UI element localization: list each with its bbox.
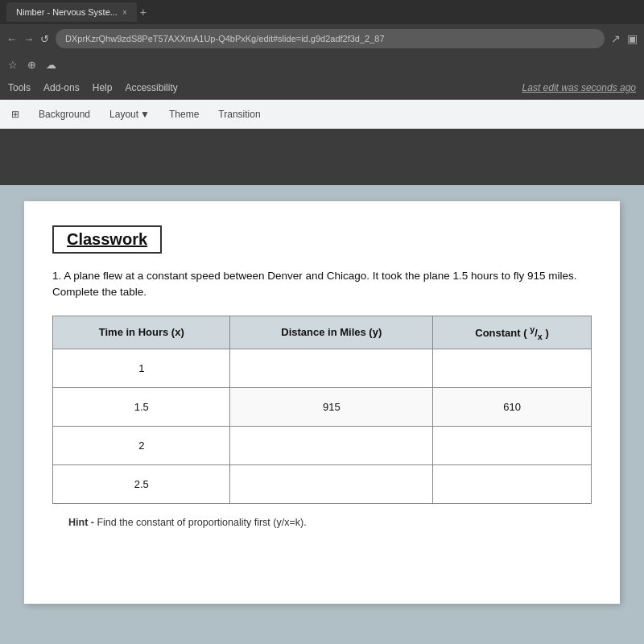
transition-button[interactable]: Transition [213, 107, 265, 122]
layout-label: Layout [109, 109, 138, 120]
main-content: Classwork 1. A plane flew at a constant … [0, 185, 644, 644]
menu-bar: Tools Add-ons Help Accessibility Last ed… [0, 76, 644, 100]
layout-arrow-icon: ▼ [140, 109, 150, 120]
slide: Classwork 1. A plane flew at a constant … [24, 201, 620, 604]
reload-icon[interactable]: ↺ [40, 33, 49, 45]
browser-tab[interactable]: Nimber - Nervous Syste... × [6, 2, 137, 22]
table-row: 2.5 [53, 465, 592, 504]
tab-label: Nimber - Nervous Syste... [16, 7, 118, 17]
table-row: 1.5 915 610 [53, 388, 592, 427]
col-header-time: Time in Hours (x) [53, 316, 230, 349]
col-header-constant: Constant ( y/x ) [433, 316, 592, 349]
tab-bar: Nimber - Nervous Syste... × + [0, 0, 644, 24]
background-button[interactable]: Background [34, 107, 95, 122]
last-edit-label: Last edit was seconds ago [522, 82, 636, 93]
distance-cell-2: 915 [230, 388, 433, 427]
browser-chrome: Nimber - Nervous Syste... × + ← → ↺ ↗ ▣ … [0, 0, 644, 185]
data-table: Time in Hours (x) Distance in Miles (y) … [52, 316, 592, 505]
time-cell-4: 2.5 [53, 465, 230, 504]
problem-text: 1. A plane flew at a constant speed betw… [52, 268, 592, 301]
constant-cell-3 [433, 427, 592, 465]
constant-cell-2: 610 [433, 388, 592, 427]
menu-addons[interactable]: Add-ons [43, 82, 80, 93]
col-header-distance: Distance in Miles (y) [230, 316, 433, 349]
forward-icon[interactable]: → [23, 33, 34, 45]
time-cell-3: 2 [53, 427, 230, 465]
time-cell-2: 1.5 [53, 388, 230, 427]
star-icon[interactable]: ☆ [8, 59, 18, 71]
square-icon: ▣ [627, 32, 638, 45]
insert-icon[interactable]: ⊞ [6, 107, 24, 122]
classwork-title-box: Classwork [52, 225, 162, 254]
table-row: 1 [53, 349, 592, 388]
new-tab-icon[interactable]: + [140, 6, 147, 19]
tab-close-icon[interactable]: × [122, 8, 127, 17]
hint-body: Find the constant of proportionality fir… [97, 517, 306, 528]
constant-cell-1 [433, 349, 592, 388]
table-row: 2 [53, 427, 592, 465]
distance-cell-1 [230, 349, 433, 388]
slides-toolbar: ⊞ Background Layout ▼ Theme Transition [0, 100, 644, 129]
new-tab-plus-icon[interactable]: ⊕ [27, 59, 36, 71]
theme-button[interactable]: Theme [164, 107, 204, 122]
menu-tools[interactable]: Tools [8, 82, 31, 93]
constant-cell-4 [433, 465, 592, 504]
trend-icon: ↗ [611, 32, 621, 45]
distance-cell-3 [230, 427, 433, 465]
back-icon[interactable]: ← [6, 33, 17, 45]
toolbar-icons-row: ☆ ⊕ ☁ [0, 53, 644, 76]
distance-cell-4 [230, 465, 433, 504]
time-cell-1: 1 [53, 349, 230, 388]
hint-label: Hint - [68, 517, 94, 528]
cloud-icon[interactable]: ☁ [46, 59, 56, 71]
hint-text: Hint - Find the constant of proportional… [52, 517, 592, 528]
classwork-heading: Classwork [67, 230, 147, 249]
menu-accessibility[interactable]: Accessibility [125, 82, 177, 93]
url-input[interactable] [56, 29, 605, 48]
menu-help[interactable]: Help [93, 82, 113, 93]
url-bar: ← → ↺ ↗ ▣ [0, 24, 644, 53]
layout-button[interactable]: Layout ▼ [105, 107, 155, 122]
